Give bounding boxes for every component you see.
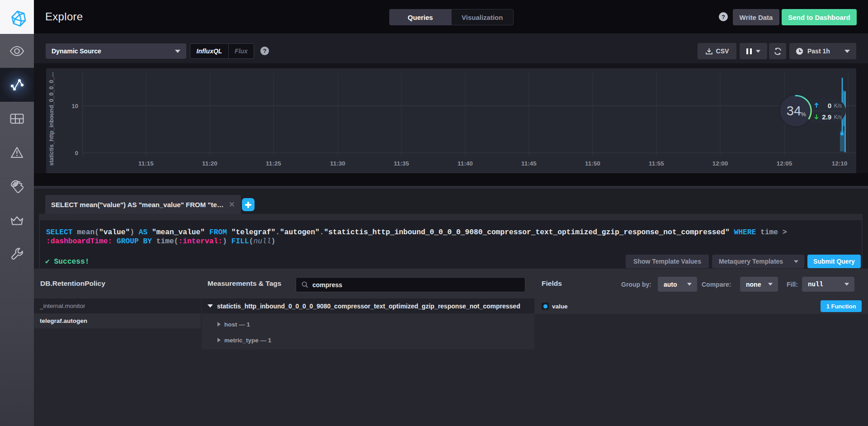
svg-text:12:05: 12:05 [777, 160, 793, 167]
svg-text:34: 34 [787, 104, 801, 118]
svg-text:11:50: 11:50 [585, 160, 600, 167]
svg-text:%: % [801, 111, 806, 118]
svg-text:11:20: 11:20 [202, 160, 217, 167]
svg-text:11:35: 11:35 [394, 160, 409, 167]
svg-text:12:00: 12:00 [712, 160, 728, 167]
svg-text:11:30: 11:30 [330, 160, 345, 167]
svg-text:10: 10 [72, 103, 78, 109]
svg-text:11:15: 11:15 [138, 160, 154, 167]
svg-text:11:25: 11:25 [266, 160, 281, 167]
svg-text:11:40: 11:40 [458, 160, 473, 167]
svg-text:11:45: 11:45 [521, 160, 537, 167]
svg-text:11:55: 11:55 [649, 160, 664, 167]
svg-text:12:10: 12:10 [832, 160, 848, 167]
svg-text:statictis_http_inbound_0_0_0_0: statictis_http_inbound_0_0_0_0_... [48, 72, 55, 166]
svg-text:0: 0 [75, 150, 78, 156]
